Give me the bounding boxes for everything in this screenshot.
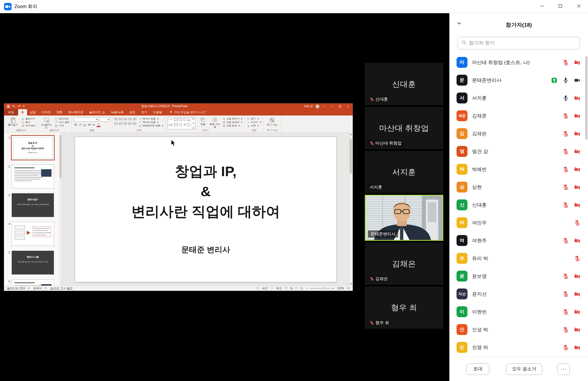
view-normal-icon[interactable] bbox=[285, 287, 288, 290]
view-reading-icon[interactable] bbox=[295, 287, 298, 290]
participant-row[interactable]: 마마산대 취창업 (호스트, 나) bbox=[450, 53, 588, 71]
menu-tab[interactable]: 애니메이션 bbox=[65, 109, 86, 116]
menu-tab[interactable]: 슬라이드 쇼 bbox=[86, 109, 108, 116]
invite-button[interactable]: 초대 bbox=[466, 363, 489, 375]
menu-tab[interactable]: 도움말 bbox=[150, 109, 165, 116]
participant-row[interactable]: 유유리 박 bbox=[450, 249, 588, 267]
video-tile[interactable]: 신대훈신대훈 bbox=[365, 63, 443, 105]
search-input[interactable] bbox=[469, 40, 576, 46]
canvas-scrollbar[interactable] bbox=[349, 133, 353, 286]
view-slideshow-icon[interactable] bbox=[300, 287, 303, 290]
thumbnail-scrollbar[interactable] bbox=[59, 133, 62, 286]
ribbon-button[interactable]: 도형 채우기 bbox=[222, 117, 243, 121]
language-indicator[interactable]: 한국어 bbox=[33, 286, 42, 290]
gallery-scroll[interactable] bbox=[191, 118, 195, 129]
participant-row[interactable]: 여여현주 bbox=[450, 232, 588, 249]
new-slide-button[interactable]: 새 슬라이드 bbox=[40, 117, 53, 129]
comments-icon[interactable] bbox=[270, 287, 274, 290]
ppt-maximize-button[interactable] bbox=[337, 105, 343, 108]
ribbon-button[interactable]: SmartArt로 변환 bbox=[139, 124, 163, 128]
ribbon-button[interactable]: 잘라내기 bbox=[21, 117, 36, 121]
ribbon-button[interactable]: 선택 bbox=[247, 124, 261, 128]
participant-row[interactable]: 문문태준변리사 bbox=[450, 71, 588, 89]
zoom-level[interactable]: 113% bbox=[337, 287, 344, 290]
slide-thumbnail[interactable]: 5변리사 시험한 해 1회 실시하는 1차, 2차 시험으로 구성 bbox=[6, 251, 62, 275]
participant-search[interactable] bbox=[458, 37, 580, 49]
ribbon-display-options-icon[interactable] bbox=[322, 105, 327, 108]
ribbon-button[interactable]: 구역 bbox=[55, 124, 69, 128]
participant-row[interactable]: 재준김재준 bbox=[450, 107, 588, 125]
slide-thumbnail[interactable]: 3변리사란?산업재산권의 출원, 소송, 감정, 심판 등을 담당 bbox=[6, 193, 62, 217]
participant-row[interactable]: 진진영 허 bbox=[450, 338, 588, 356]
paste-button[interactable]: 붙여넣기 bbox=[7, 117, 19, 126]
video-tile[interactable]: 서지훈서지훈 bbox=[365, 151, 443, 193]
font-family-select[interactable] bbox=[74, 117, 98, 122]
zoom-in-icon[interactable] bbox=[331, 287, 334, 290]
participant-row[interactable]: 인인성 박 bbox=[450, 321, 588, 338]
close-button[interactable] bbox=[570, 0, 588, 13]
menu-tab[interactable]: 보기 bbox=[138, 109, 150, 116]
font-style-button[interactable]: 가 bbox=[83, 123, 87, 127]
font-style-button[interactable]: AV bbox=[92, 123, 96, 127]
font-style-button[interactable]: 가 bbox=[97, 123, 100, 127]
video-tile[interactable]: 형우 최형우 최 bbox=[365, 286, 443, 329]
participant-row[interactable]: 명명건 강 bbox=[450, 143, 588, 160]
ribbon-button[interactable]: 레이아웃 bbox=[55, 117, 69, 121]
comments-button[interactable]: 메모 bbox=[276, 286, 282, 290]
menu-tab[interactable]: 검토 bbox=[127, 109, 138, 116]
tell-me-search[interactable]: 어떤 작업을 원하시나요? bbox=[169, 109, 206, 116]
save-icon[interactable] bbox=[7, 105, 10, 108]
quick-styles-button[interactable]: 빠른 스타일 bbox=[209, 117, 220, 128]
font-style-button[interactable]: 가 bbox=[74, 123, 77, 127]
menu-tab[interactable]: 녹음/녹화 bbox=[108, 109, 127, 116]
participant-row[interactable]: 서서지훈 bbox=[450, 89, 588, 107]
menu-tab[interactable]: 디자인 bbox=[39, 109, 54, 116]
ribbon-button[interactable]: 찾기 bbox=[247, 117, 261, 121]
font-size-select[interactable] bbox=[99, 117, 110, 122]
ribbon-button[interactable]: 텍스트 방향 bbox=[139, 117, 163, 121]
more-options-button[interactable]: ··· bbox=[557, 363, 570, 375]
view-sorter-icon[interactable] bbox=[290, 287, 293, 290]
slide-thumbnail[interactable]: 1창업과 IP,&변리사란 직업에 대하여문태준 변리사 bbox=[6, 136, 62, 160]
redo-icon[interactable] bbox=[18, 105, 21, 108]
current-slide[interactable]: 창업과 IP, & 변리사란 직업에 대하여 문태준 변리사 bbox=[75, 137, 337, 282]
view-buttons[interactable] bbox=[285, 287, 303, 290]
font-style-button[interactable]: 가 bbox=[78, 123, 82, 127]
minimize-button[interactable] bbox=[533, 0, 551, 13]
zoom-out-icon[interactable] bbox=[306, 287, 309, 290]
zoom-slider[interactable] bbox=[306, 287, 334, 290]
accessibility-icon[interactable] bbox=[44, 287, 47, 290]
arrange-button[interactable]: 정렬 bbox=[197, 117, 208, 128]
menu-tab-file[interactable]: 파일 bbox=[4, 109, 18, 116]
undo-icon[interactable] bbox=[12, 105, 15, 108]
slide-thumbnail[interactable]: 2 bbox=[6, 164, 62, 188]
collapse-panel-button[interactable] bbox=[457, 21, 462, 26]
participant-row[interactable]: 박박예빈 bbox=[450, 160, 588, 178]
ribbon-button[interactable]: 서식 복사 bbox=[21, 124, 36, 128]
notes-button[interactable]: 메모 bbox=[262, 286, 268, 290]
ribbon-button[interactable]: 도형 효과 bbox=[222, 124, 243, 128]
ppt-minimize-button[interactable] bbox=[330, 105, 335, 108]
font-style-button[interactable]: 가 bbox=[87, 123, 91, 127]
menu-tab[interactable]: 전환 bbox=[54, 109, 65, 116]
notes-icon[interactable] bbox=[256, 287, 259, 290]
video-tile[interactable]: 김채은김채은 bbox=[365, 243, 443, 285]
zoom-slider-handle[interactable] bbox=[322, 287, 324, 290]
participant-row[interactable]: 윤윤보영 bbox=[450, 267, 588, 285]
participant-row[interactable]: 상상현 bbox=[450, 178, 588, 196]
participant-row[interactable]: 지선윤지선 bbox=[450, 285, 588, 303]
panel-scrollbar[interactable] bbox=[585, 56, 587, 140]
menu-tab[interactable]: 삽입 bbox=[27, 109, 39, 116]
slide-thumbnail[interactable]: 6 bbox=[6, 279, 62, 286]
account-name[interactable]: 태준 문 bbox=[304, 105, 313, 108]
menu-tab[interactable]: 홈 bbox=[18, 109, 27, 116]
ribbon-button[interactable]: 복사 bbox=[21, 121, 36, 124]
spellcheck-icon[interactable] bbox=[27, 287, 30, 290]
shape-gallery[interactable] bbox=[168, 117, 195, 129]
participant-row[interactable]: 여여민우 bbox=[450, 214, 588, 232]
video-tile[interactable]: 문태준변리사 bbox=[365, 195, 443, 241]
participant-row[interactable]: 신신대훈 bbox=[450, 196, 588, 214]
mute-all-button[interactable]: 모두 음소거 bbox=[506, 363, 542, 375]
ppt-close-button[interactable] bbox=[345, 105, 350, 108]
fit-slide-icon[interactable] bbox=[347, 287, 350, 290]
